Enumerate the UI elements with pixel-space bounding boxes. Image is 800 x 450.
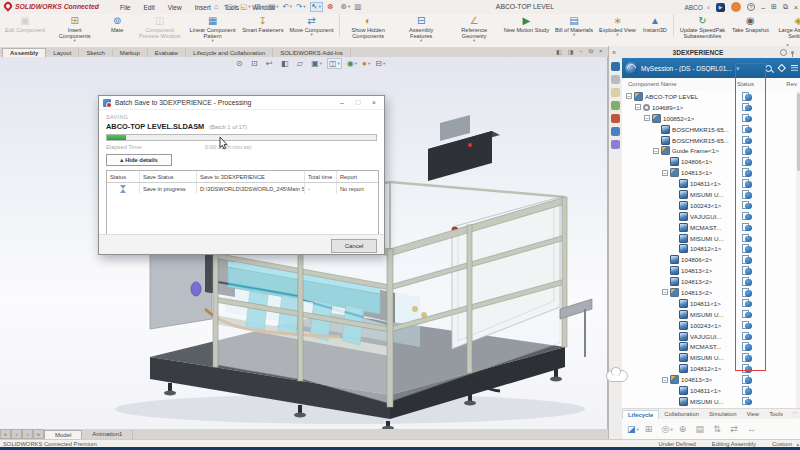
sheet-nav-button[interactable]: ‹ <box>11 429 22 439</box>
commandmanager-tab[interactable]: SOLIDWORKS Add-Ins <box>273 49 351 57</box>
menu-icon[interactable] <box>791 65 798 71</box>
quick-access-icon[interactable]: ▢ ▾ <box>226 3 236 11</box>
tree-collapse-toggle[interactable]: − <box>635 104 641 110</box>
heads-up-view-icon[interactable]: ⊙ ▾ <box>236 59 246 68</box>
dialog-minimize-button[interactable]: – <box>334 96 350 108</box>
tree-row[interactable]: − BOSCHMKR15-65... <box>622 135 800 146</box>
3dexperience-launcher-icon[interactable]: ▶ <box>716 3 725 12</box>
tree-row[interactable]: − ABCO-TOP LEVEL <box>622 91 800 102</box>
lifecycle-tool-icon[interactable]: ⇄ ▾ <box>730 424 741 434</box>
heads-up-view-icon[interactable]: ◧ ▾ <box>281 59 292 68</box>
heads-up-view-icon[interactable]: ⊡ ▾ <box>251 59 261 68</box>
panel-tab[interactable]: Tools <box>764 410 788 419</box>
restore-button[interactable]: ⧉ <box>783 3 788 11</box>
tree-row[interactable]: − MCMAST... <box>622 341 800 352</box>
heads-up-view-icon[interactable]: ◉ ▾ <box>347 59 357 68</box>
ribbon-button[interactable]: ▣ Edit Component ▾ <box>2 14 48 37</box>
tree-row[interactable]: − 104811<1> <box>622 298 800 309</box>
document-window-control[interactable]: – <box>579 48 582 55</box>
ribbon-button[interactable]: ∠ Reference Geometry ▾ <box>448 14 501 43</box>
minimize-button[interactable]: – <box>761 4 765 11</box>
column-status[interactable]: Status <box>737 81 754 87</box>
heads-up-view-icon[interactable]: ↩ ▾ <box>266 59 276 68</box>
ribbon-button[interactable]: ◫ Component Preview Window ▾ <box>133 14 186 43</box>
help-button[interactable]: ? <box>747 3 755 11</box>
quick-access-icon[interactable]: ↖ ▾ <box>310 2 324 12</box>
heads-up-view-icon[interactable]: ⊟ ▾ <box>375 59 385 68</box>
gear-icon[interactable] <box>780 49 787 56</box>
dialog-maximize-button[interactable]: ▢ <box>350 96 366 108</box>
tree-row[interactable]: − 104806<1> <box>622 156 800 167</box>
lifecycle-tool-icon[interactable]: ⊕ ▾ <box>679 424 690 434</box>
tree-collapse-toggle[interactable]: − <box>644 115 650 121</box>
lifecycle-tool-icon[interactable]: ◎ ▾ <box>662 424 673 434</box>
panel-tab[interactable]: Simulation <box>704 410 742 419</box>
document-window-control[interactable]: ◨ <box>568 48 574 55</box>
panel-tab[interactable]: Lifecycle <box>622 410 659 419</box>
heads-up-view-icon[interactable]: ● ▾ <box>362 59 370 68</box>
heads-up-view-icon[interactable]: ▣ ▾ <box>311 59 322 68</box>
ribbon-button[interactable]: ◉ Take Snapshot ▾ <box>729 14 772 37</box>
document-window-control[interactable]: ◧ <box>556 48 562 55</box>
user-avatar[interactable] <box>731 2 741 12</box>
quick-access-icon[interactable]: ▤ ▾ <box>268 3 278 11</box>
pin-icon[interactable] <box>791 51 794 54</box>
hide-details-button[interactable]: ▴ Hide details <box>106 154 172 166</box>
ribbon-button[interactable]: ∗ Exploded View ▾ <box>596 14 639 37</box>
tree-row[interactable]: − 100852<1> <box>622 113 800 124</box>
tree-row[interactable]: − MISUMI U... <box>622 309 800 320</box>
quick-access-icon[interactable]: ▥ ▾ <box>354 3 364 11</box>
sheet-nav-button[interactable]: « <box>0 429 11 439</box>
ribbon-button[interactable]: ⊟ Assembly Features ▾ <box>395 14 448 43</box>
commandmanager-tab[interactable]: Markup <box>113 49 148 57</box>
notification-cloud-icon[interactable] <box>606 370 628 382</box>
search-icon[interactable] <box>765 65 772 72</box>
quick-access-icon[interactable]: ◱ ▾ <box>240 3 250 11</box>
task-pane-tab-icon[interactable] <box>611 75 620 84</box>
commandmanager-tab[interactable]: Layout <box>46 49 79 57</box>
favorites-heart-icon[interactable]: ♡ <box>792 411 798 419</box>
session-name[interactable]: MySession - (DS - DSQRL01... <box>641 65 732 72</box>
tree-row[interactable]: − MISUMI U... <box>622 352 800 363</box>
tree-row[interactable]: − 100243<1> <box>622 200 800 211</box>
tree-row[interactable]: − 104812<1> <box>622 363 800 374</box>
cancel-button[interactable]: Cancel <box>331 239 377 253</box>
tree-row[interactable]: − MISUMI U... <box>622 396 800 407</box>
ribbon-button[interactable]: ⊞ Insert Components ▾ <box>48 14 101 43</box>
ribbon-button[interactable]: ↧ Smart Fasteners ▾ <box>239 14 286 37</box>
lifecycle-tool-icon[interactable]: ◪ ▾ <box>627 424 639 434</box>
tree-collapse-toggle[interactable]: − <box>653 148 659 154</box>
ribbon-button[interactable]: ◈ Large Assembly Settings ▾ <box>772 14 800 43</box>
tree-scrollbar[interactable] <box>796 91 800 408</box>
ribbon-button[interactable]: ▶ New Motion Study ▾ <box>501 14 552 37</box>
menu-item[interactable]: Edit <box>141 3 156 12</box>
tree-row[interactable]: − 104812<1> <box>622 243 800 254</box>
tree-row[interactable]: − 104813<3> <box>622 374 800 385</box>
tree-collapse-toggle[interactable]: − <box>662 170 668 176</box>
menu-item[interactable]: View <box>166 3 184 12</box>
task-pane-tab-icon[interactable] <box>611 140 620 149</box>
quick-access-icon[interactable]: ⊛ ▾ <box>341 3 351 11</box>
tree-row[interactable]: − 104813<2> <box>622 287 800 298</box>
ribbon-button[interactable]: ▦ Linear Component Pattern ▾ <box>186 14 239 43</box>
tree-row[interactable]: − 104813<1> <box>622 265 800 276</box>
tree-row[interactable]: − 100243<1> <box>622 320 800 331</box>
task-pane-tab-icon[interactable] <box>611 127 620 136</box>
tree-collapse-toggle[interactable]: − <box>662 289 668 295</box>
quick-access-icon[interactable]: ⌂ ▾ <box>214 3 222 11</box>
document-window-control[interactable]: ⧉ <box>589 48 593 55</box>
tree-row[interactable]: − 104813<1> <box>622 167 800 178</box>
tree-row[interactable]: − 104811<1> <box>622 178 800 189</box>
lifecycle-tool-icon[interactable]: ⊞ ▾ <box>645 424 656 434</box>
ribbon-button[interactable]: ⊚ Mate ▾ <box>101 14 133 37</box>
task-pane-tab-icon[interactable] <box>611 114 620 123</box>
search-box[interactable]: ABCO ∨ <box>684 4 710 11</box>
panel-tab[interactable]: Collaboration <box>659 410 704 419</box>
commandmanager-tab[interactable]: Sketch <box>79 49 112 57</box>
tree-row[interactable]: − MISUMI U... <box>622 189 800 200</box>
tree-row[interactable]: − MCMAST... <box>622 222 800 233</box>
menu-item[interactable]: Insert <box>193 3 213 12</box>
task-pane-tab-icon[interactable] <box>611 88 620 97</box>
tag-icon[interactable] <box>777 64 785 72</box>
panel-tab[interactable]: View <box>741 410 764 419</box>
